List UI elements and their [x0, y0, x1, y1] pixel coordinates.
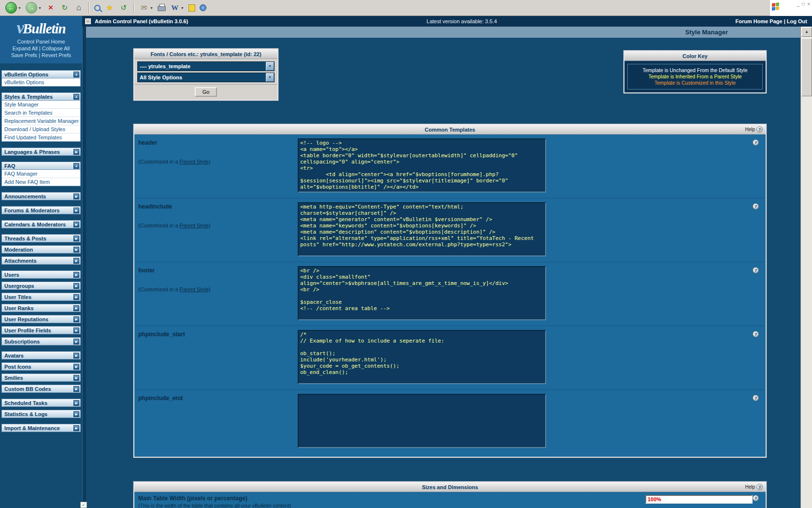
home-button[interactable]: ⌂ — [72, 0, 85, 15]
sidebar-item-search-in-templates[interactable]: Search in Templates — [2, 109, 80, 117]
help-label[interactable]: Help — [745, 484, 755, 490]
back-button[interactable]: ←▼ — [4, 0, 23, 15]
section-toggle-icon[interactable]: ▶ — [73, 316, 79, 322]
page-scrollbar[interactable]: ▲ — [800, 27, 812, 508]
sidebar-item-add-new-faq-item[interactable]: Add New FAQ Item — [2, 178, 80, 186]
help-icon[interactable]: ? — [753, 331, 759, 337]
section-toggle-icon[interactable]: ▶ — [73, 149, 79, 155]
help-icon[interactable]: ? — [753, 267, 759, 273]
topbar-links[interactable]: Forum Home Page | Log Out — [735, 18, 807, 24]
section-toggle-icon[interactable]: ▶ — [73, 272, 79, 278]
print-button[interactable] — [156, 0, 167, 15]
collapse-nav-icon[interactable]: − — [85, 18, 91, 24]
section-toggle-icon[interactable]: ▶ — [73, 386, 79, 392]
history-button[interactable]: ↺ — [117, 0, 130, 15]
section-header-languages-phrases[interactable]: Languages & Phrases▶ — [1, 148, 81, 156]
section-header-avatars[interactable]: Avatars▶ — [1, 351, 81, 359]
section-header-import-maintenance[interactable]: Import & Maintenance▶ — [1, 424, 81, 432]
section-header-forums-moderators[interactable]: Forums & Moderators▶ — [1, 206, 81, 214]
template-code-editor-phpinclude-start[interactable]: /* // Example of how to include a sepera… — [298, 330, 546, 384]
edit-with-word-button[interactable]: W▼ — [169, 0, 186, 15]
style-select[interactable]: ---- ytrules_template ▼ — [137, 61, 275, 71]
parent-style-link[interactable]: Parent Style — [180, 286, 209, 292]
section-header-attachments[interactable]: Attachments▶ — [1, 256, 81, 265]
sidebar-item-vbulletin-options[interactable]: vBulletin Options — [2, 78, 80, 86]
section-toggle-icon[interactable]: ▲ — [73, 72, 79, 77]
forward-button[interactable]: →▼ — [24, 0, 43, 15]
section-toggle-icon[interactable]: ▶ — [73, 194, 79, 199]
section-toggle-icon[interactable]: ▶ — [73, 208, 79, 213]
frame-divider[interactable] — [82, 27, 86, 508]
sidebar-item-download-upload-styles[interactable]: Download / Upload Styles — [2, 125, 80, 134]
section-header-threads-posts[interactable]: Threads & Posts▶ — [1, 234, 81, 242]
help-icon[interactable]: ? — [756, 126, 763, 133]
help-icon[interactable]: ? — [756, 484, 763, 490]
section-header-announcements[interactable]: Announcements▶ — [1, 192, 81, 200]
sidebar-item-style-manager[interactable]: Style Manager — [2, 101, 80, 109]
save-revert-prefs-links[interactable]: Save Prefs | Revert Prefs — [0, 52, 82, 59]
control-panel-home-link[interactable]: Control Panel Home — [0, 38, 82, 45]
help-label[interactable]: Help — [745, 127, 755, 132]
forward-dropdown-icon[interactable]: ▼ — [38, 6, 42, 10]
section-header-faq[interactable]: FAQ▲ — [1, 162, 81, 170]
section-toggle-icon[interactable]: ▲ — [73, 94, 79, 100]
template-code-editor-headinclude[interactable]: <meta http-equiv="Content-Type" content=… — [298, 202, 546, 256]
expand-collapse-links[interactable]: Expand All | Collapse All — [0, 45, 82, 52]
help-icon[interactable]: ? — [753, 395, 759, 401]
section-header-user-ranks[interactable]: User Ranks▶ — [1, 304, 81, 312]
section-toggle-icon[interactable]: ▶ — [73, 339, 79, 344]
refresh-button[interactable]: ↻ — [58, 0, 71, 15]
section-toggle-icon[interactable]: ▶ — [73, 400, 79, 406]
restore-button[interactable]: □ — [802, 1, 805, 7]
section-toggle-icon[interactable]: ▶ — [73, 247, 79, 253]
section-toggle-icon[interactable]: ▶ — [73, 294, 79, 300]
section-toggle-icon[interactable]: ▶ — [73, 305, 79, 311]
section-toggle-icon[interactable]: ▲ — [73, 163, 79, 169]
help-icon[interactable]: ? — [753, 139, 759, 146]
research-button[interactable] — [187, 0, 197, 15]
section-header-statistics-logs[interactable]: Statistics & Logs▶ — [1, 410, 81, 418]
section-toggle-icon[interactable]: ▶ — [73, 283, 79, 289]
scrollbar-thumb[interactable] — [801, 38, 812, 96]
template-code-editor-footer[interactable]: <br /> <div class="smallfont" align="cen… — [298, 266, 546, 320]
edit-dropdown-icon[interactable]: ▼ — [181, 6, 184, 10]
section-header-smilies[interactable]: Smilies▶ — [1, 374, 81, 382]
mail-button[interactable]: ✉▼ — [138, 0, 155, 15]
main-table-width-input[interactable] — [645, 495, 753, 504]
section-header-user-reputations[interactable]: User Reputations▶ — [1, 315, 81, 323]
section-toggle-icon[interactable]: ▶ — [73, 258, 79, 264]
section-header-subscriptions[interactable]: Subscriptions▶ — [1, 337, 81, 345]
sidebar-item-find-updated-templates[interactable]: Find Updated Templates — [2, 134, 80, 141]
minimize-button[interactable]: _ — [797, 1, 800, 7]
section-header-scheduled-tasks[interactable]: Scheduled Tasks▶ — [1, 399, 81, 407]
mail-dropdown-icon[interactable]: ▼ — [150, 6, 153, 10]
template-code-editor-header[interactable]: <!-- logo --> <a name="top"></a> <table … — [298, 138, 546, 193]
section-header-user-profile-fields[interactable]: User Profile Fields▶ — [1, 326, 81, 334]
section-header-vbulletin-options[interactable]: vBulletin Options▲ — [1, 70, 81, 78]
section-header-user-titles[interactable]: User Titles▶ — [1, 293, 81, 301]
favorites-button[interactable]: ★ — [103, 0, 116, 15]
stop-button[interactable]: × — [44, 0, 57, 15]
section-header-post-icons[interactable]: Post Icons▶ — [1, 362, 81, 371]
section-toggle-icon[interactable]: ▶ — [73, 222, 79, 227]
sidebar-item-faq-manager[interactable]: FAQ Manager — [2, 170, 80, 178]
go-button[interactable]: Go — [195, 87, 218, 97]
section-toggle-icon[interactable]: ▶ — [73, 375, 79, 381]
messenger-button[interactable] — [198, 0, 208, 15]
chevron-down-icon[interactable]: ▼ — [266, 73, 274, 82]
style-options-select[interactable]: All Style Options ▼ — [137, 73, 275, 82]
section-toggle-icon[interactable]: ▶ — [73, 236, 79, 241]
section-header-styles-templates[interactable]: Styles & Templates▲ — [1, 92, 81, 101]
section-header-usergroups[interactable]: Usergroups▶ — [1, 282, 81, 290]
help-icon[interactable]: ? — [753, 495, 759, 501]
back-dropdown-icon[interactable]: ▼ — [18, 6, 21, 10]
search-button[interactable] — [93, 0, 102, 15]
chevron-down-icon[interactable]: ▼ — [266, 62, 274, 71]
section-toggle-icon[interactable]: ▶ — [73, 425, 79, 431]
help-icon[interactable]: ? — [753, 203, 759, 209]
section-toggle-icon[interactable]: ▶ — [73, 328, 79, 333]
template-code-editor-phpinclude-end[interactable] — [298, 394, 546, 448]
sidebar-item-replacement-variable-manager[interactable]: Replacement Variable Manager — [2, 117, 80, 125]
parent-style-link[interactable]: Parent Style — [180, 223, 209, 228]
close-button[interactable]: × — [807, 1, 810, 7]
